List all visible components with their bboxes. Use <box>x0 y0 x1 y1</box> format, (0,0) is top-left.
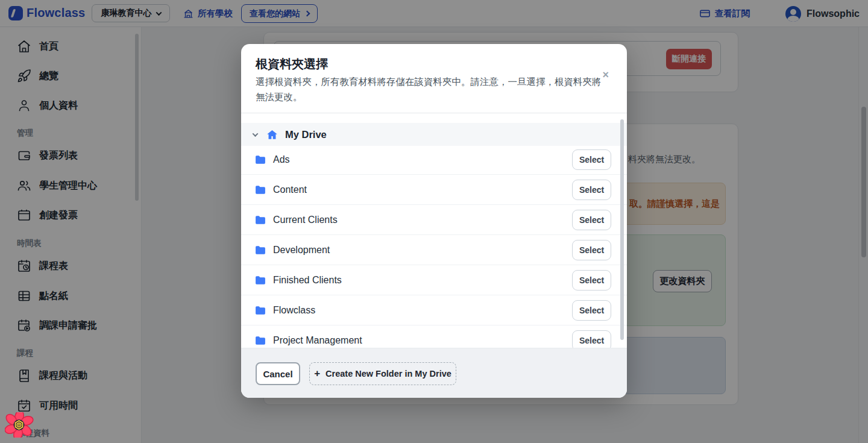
folder-name: Development <box>273 245 330 256</box>
folder-name: Current Clients <box>273 215 338 225</box>
folder-row: Project Management Select <box>241 325 627 348</box>
cancel-button[interactable]: Cancel <box>256 362 300 385</box>
flower-sticker <box>5 412 34 438</box>
chevron-down-icon <box>253 131 259 137</box>
home-drive-icon <box>266 129 278 140</box>
select-button[interactable]: Select <box>572 240 611 260</box>
create-folder-button[interactable]: + Create New Folder in My Drive <box>309 362 456 385</box>
folder-tree: My Drive Ads Select Content Select Curre… <box>241 113 627 348</box>
folder-icon <box>254 154 266 166</box>
folder-name: Finished Clients <box>273 275 342 286</box>
select-button[interactable]: Select <box>572 149 611 170</box>
select-button[interactable]: Select <box>572 330 611 348</box>
folder-row: Current Clients Select <box>241 205 627 235</box>
folder-name: Project Management <box>273 335 362 346</box>
folder-row: Flowclass Select <box>241 295 627 325</box>
plus-icon: + <box>314 368 320 380</box>
folder-name: Content <box>273 184 307 195</box>
select-button[interactable]: Select <box>572 210 611 230</box>
folder-row: Ads Select <box>241 145 627 175</box>
create-folder-label: Create New Folder in My Drive <box>326 369 451 379</box>
root-folder-modal: 根資料夾選擇 × 選擇根資料夾，所有教育材料將存儲在該資料夾中。請注意，一旦選擇… <box>241 44 627 398</box>
folder-row: Content Select <box>241 175 627 205</box>
select-button[interactable]: Select <box>572 180 611 200</box>
folder-row: Development Select <box>241 235 627 265</box>
folder-name: Ads <box>273 154 290 165</box>
app: Flowclass 康琳教育中心 所有學校 查看您的網站 查看訂閱 Flowso… <box>0 0 868 443</box>
folder-icon <box>254 244 266 256</box>
modal-footer: Cancel + Create New Folder in My Drive <box>241 348 627 398</box>
folder-icon <box>254 304 266 316</box>
folder-icon <box>254 184 266 196</box>
folder-name: Flowclass <box>273 305 315 316</box>
select-button[interactable]: Select <box>572 270 611 291</box>
select-button[interactable]: Select <box>572 300 611 321</box>
folder-row: Finished Clients Select <box>241 265 627 295</box>
folder-icon <box>254 335 266 347</box>
my-drive-row[interactable]: My Drive <box>241 123 627 146</box>
modal-scrollbar[interactable] <box>620 119 624 340</box>
modal-description: 選擇根資料夾，所有教育材料將存儲在該資料夾中。請注意，一旦選擇，根資料夾將無法更… <box>256 74 605 104</box>
folder-icon <box>254 214 266 226</box>
my-drive-label: My Drive <box>285 129 327 140</box>
folder-icon <box>254 274 266 286</box>
modal-title: 根資料夾選擇 <box>256 56 328 72</box>
